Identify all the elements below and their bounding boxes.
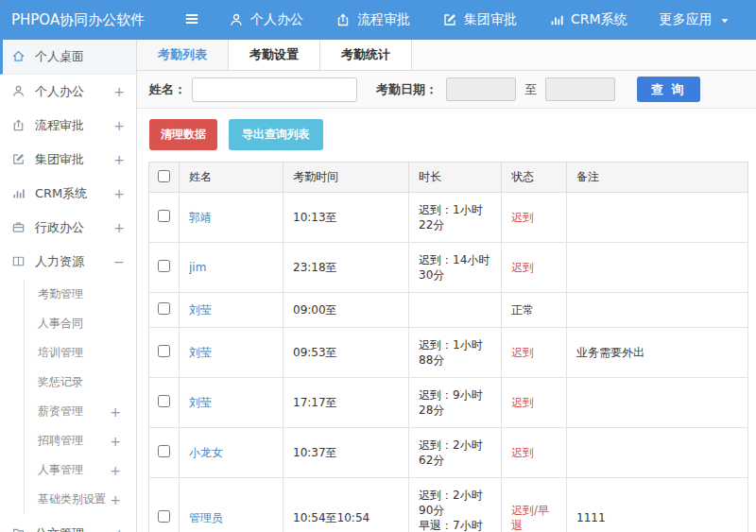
- note: [567, 243, 748, 293]
- employee-name-link[interactable]: jim: [189, 261, 206, 274]
- chart-icon: [11, 186, 26, 201]
- duration: [409, 293, 502, 328]
- employee-name-link[interactable]: 刘莹: [189, 346, 212, 359]
- attendance-time: 10:13至: [284, 193, 409, 243]
- main-content: 考勤列表考勤设置考勤统计 姓名： 考勤日期： 至 查 询 清理数据 导出查询列表…: [137, 40, 756, 532]
- home-icon: [11, 49, 26, 64]
- table-row: 郭靖10:13至迟到：1小时22分迟到: [149, 193, 748, 243]
- attendance-table: 姓名考勤时间时长状态备注 郭靖10:13至迟到：1小时22分迟到jim23:18…: [148, 162, 748, 532]
- sidebar-item-5[interactable]: CRM系统+: [0, 177, 136, 211]
- expand-toggle-icon[interactable]: +: [110, 405, 121, 419]
- nav-item-1[interactable]: 个人办公: [229, 11, 303, 28]
- nav-item-5[interactable]: 更多应用: [660, 11, 730, 28]
- note: [567, 293, 748, 328]
- submenu-item-7[interactable]: 人事管理+: [25, 455, 136, 485]
- app-logo: PHPOA协同办公软件: [0, 11, 176, 29]
- workflow-icon: [335, 12, 351, 27]
- row-checkbox[interactable]: [158, 210, 170, 222]
- submenu-item-label: 奖惩记录: [38, 374, 121, 390]
- sidebar-item-4[interactable]: 集团审批+: [0, 143, 136, 177]
- menu-toggle-button[interactable]: [176, 10, 208, 30]
- duration: 迟到：2小时90分 早退：7小时10分: [409, 478, 502, 532]
- employee-name-link[interactable]: 刘莹: [189, 303, 212, 317]
- name-input[interactable]: [192, 77, 357, 102]
- nav-item-4[interactable]: CRM系统: [549, 11, 627, 28]
- status-badge: 迟到: [502, 243, 567, 293]
- expand-toggle-icon[interactable]: +: [113, 85, 125, 98]
- submenu-item-5[interactable]: 薪资管理+: [25, 397, 136, 426]
- expand-toggle-icon[interactable]: +: [110, 493, 121, 506]
- submenu-item-4[interactable]: 奖惩记录: [25, 368, 136, 397]
- submenu-item-label: 培训管理: [38, 345, 121, 361]
- submenu-item-label: 薪资管理: [38, 403, 110, 420]
- sidebar-item-7[interactable]: 人力资源−: [0, 245, 136, 279]
- submenu-item-8[interactable]: 基础类别设置+: [25, 485, 136, 514]
- employee-name-link[interactable]: 管理员: [189, 511, 223, 524]
- sidebar-item-8[interactable]: 公文管理+: [0, 517, 136, 532]
- attendance-time: 09:00至: [284, 293, 409, 328]
- row-checkbox[interactable]: [158, 302, 170, 315]
- employee-name-link[interactable]: 刘莹: [189, 396, 212, 409]
- expand-toggle-icon[interactable]: +: [113, 527, 125, 532]
- duration: 迟到：14小时30分: [409, 243, 502, 293]
- note: [567, 378, 748, 428]
- duration: 迟到：1小时88分: [409, 328, 502, 378]
- expand-toggle-icon[interactable]: +: [113, 119, 125, 132]
- clean-data-button[interactable]: 清理数据: [149, 119, 217, 150]
- employee-name-link[interactable]: 小龙女: [189, 446, 223, 459]
- sidebar-item-6[interactable]: 行政办公+: [0, 211, 136, 245]
- tab-1[interactable]: 考勤列表: [137, 40, 229, 70]
- attendance-time: 10:37至: [284, 428, 409, 478]
- status-badge: 迟到/早退: [502, 478, 567, 532]
- expand-toggle-icon[interactable]: +: [110, 435, 121, 448]
- expand-toggle-icon[interactable]: +: [113, 153, 125, 166]
- query-button[interactable]: 查 询: [637, 77, 700, 102]
- caret-down-icon: [719, 13, 730, 26]
- sidebar-item-1[interactable]: 个人桌面: [0, 40, 136, 75]
- nav-item-3[interactable]: 集团审批: [442, 11, 517, 28]
- expand-toggle-icon[interactable]: +: [110, 464, 121, 477]
- date-to-input[interactable]: [545, 77, 615, 101]
- sidebar-item-3[interactable]: 流程审批+: [0, 109, 136, 143]
- submenu-item-label: 人事管理: [38, 462, 110, 478]
- attendance-time: 09:53至: [284, 328, 409, 378]
- submenu-item-2[interactable]: 人事合同: [25, 309, 136, 338]
- hamburger-icon: [183, 10, 200, 30]
- submenu-item-1[interactable]: 考勤管理: [25, 280, 136, 309]
- select-all-checkbox[interactable]: [158, 170, 170, 182]
- nav-item-2[interactable]: 流程审批: [335, 11, 410, 28]
- submenu-item-6[interactable]: 招聘管理+: [25, 426, 136, 455]
- submenu-item-label: 招聘管理: [38, 433, 110, 449]
- row-checkbox[interactable]: [158, 510, 170, 523]
- table-row: 刘莹17:17至迟到：9小时28分迟到: [149, 378, 748, 428]
- date-from-input[interactable]: [446, 77, 516, 101]
- duration: 迟到：2小时62分: [409, 428, 502, 478]
- duration: 迟到：1小时22分: [409, 193, 502, 243]
- expand-toggle-icon[interactable]: −: [113, 255, 125, 268]
- sidebar: 个人桌面个人办公+流程审批+集团审批+CRM系统+行政办公+人力资源−考勤管理人…: [0, 40, 137, 532]
- submenu-item-label: 人事合同: [38, 316, 121, 332]
- row-checkbox[interactable]: [158, 260, 170, 272]
- nav-item-label: 更多应用: [660, 11, 713, 28]
- export-list-button[interactable]: 导出查询列表: [229, 119, 323, 150]
- tab-3[interactable]: 考勤统计: [320, 40, 412, 70]
- expand-toggle-icon[interactable]: +: [113, 221, 125, 234]
- status-badge: 迟到: [502, 328, 567, 378]
- note: [567, 193, 748, 243]
- row-checkbox[interactable]: [158, 395, 170, 407]
- submenu-item-3[interactable]: 培训管理: [25, 338, 136, 368]
- sidebar-item-label: CRM系统: [35, 185, 113, 202]
- workflow-icon: [11, 118, 26, 133]
- row-checkbox[interactable]: [158, 445, 170, 457]
- expand-toggle-icon[interactable]: +: [113, 187, 125, 200]
- column-header-4: 状态: [502, 163, 567, 193]
- attendance-time: 10:54至10:54: [284, 478, 409, 532]
- sidebar-item-2[interactable]: 个人办公+: [0, 75, 136, 109]
- briefcase-icon: [11, 220, 26, 235]
- table-row: jim23:18至迟到：14小时30分迟到: [149, 243, 748, 293]
- employee-name-link[interactable]: 郭靖: [189, 211, 212, 224]
- note: [567, 428, 748, 478]
- row-checkbox[interactable]: [158, 345, 170, 357]
- tab-2[interactable]: 考勤设置: [229, 40, 320, 70]
- table-row: 小龙女10:37至迟到：2小时62分迟到: [149, 428, 748, 478]
